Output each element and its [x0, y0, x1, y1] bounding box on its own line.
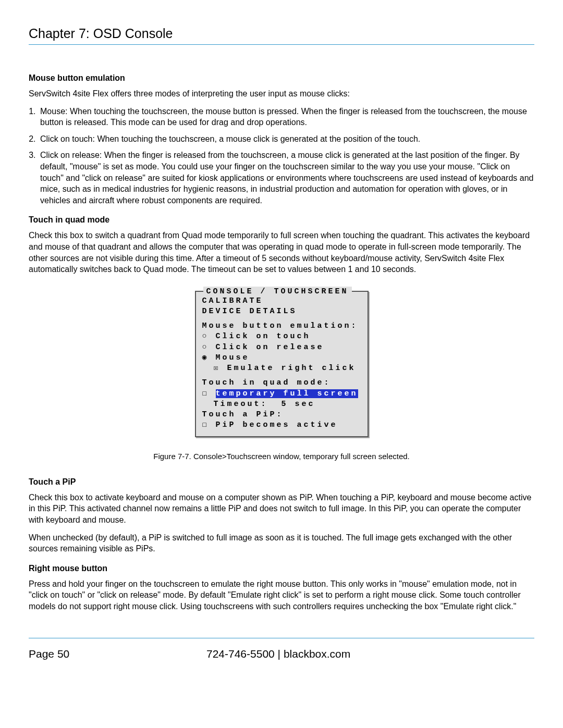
list-item: Click on touch: When touching the touchs… [38, 133, 534, 145]
heading-right-mouse-button: Right mouse button [29, 564, 534, 573]
figure-caption: Figure 7-7. Console>Touchscreen window, … [29, 452, 534, 461]
heading-touch-in-quad: Touch in quad mode [29, 215, 534, 225]
divider-top [29, 44, 534, 45]
chapter-title: Chapter 7: OSD Console [29, 26, 534, 41]
osd-radio-mouse[interactable]: ◉ Mouse [202, 353, 361, 363]
heading-mouse-button-emulation: Mouse button emulation [29, 73, 534, 83]
osd-title: CONSOLE / TOUCHSCREEN [203, 287, 352, 297]
figure: CONSOLE / TOUCHSCREEN CALIBRATE DEVICE D… [29, 291, 534, 461]
divider-bottom [29, 638, 534, 638]
emulation-mode-list: Mouse: When touching the touchscreen, th… [29, 106, 534, 206]
page-number: Page 50 [29, 648, 69, 660]
list-item: Mouse: When touching the touchscreen, th… [38, 106, 534, 128]
osd-timeout[interactable]: Timeout: 5 sec [202, 399, 315, 410]
footer-contact: 724-746-5500 | blackbox.com [69, 648, 487, 660]
osd-device-details[interactable]: DEVICE DETAILS [202, 306, 361, 317]
osd-calibrate[interactable]: CALIBRATE [202, 296, 361, 306]
osd-mbe-label: Mouse button emulation: [202, 321, 361, 331]
page: Chapter 7: OSD Console Mouse button emul… [0, 0, 563, 681]
osd-radio-click-on-touch[interactable]: ○ Click on touch [202, 331, 361, 342]
heading-touch-a-pip: Touch a PiP [29, 477, 534, 487]
osd-checkbox-emulate-right-click[interactable]: ☒ Emulate right click [202, 363, 356, 374]
osd-touch-pip-label: Touch a PiP: [202, 410, 361, 420]
osd-temp-fullscreen-label[interactable]: temporary full screen [216, 389, 358, 398]
osd-checkbox-temp-fullscreen[interactable]: ☐ [202, 389, 216, 398]
paragraph: Press and hold your finger on the touchs… [29, 578, 534, 612]
footer-sep: | [275, 648, 284, 660]
osd-touch-quad-label: Touch in quad mode: [202, 378, 361, 388]
paragraph: When unchecked (by default), a PiP is sw… [29, 532, 534, 554]
osd-radio-click-on-release[interactable]: ○ Click on release [202, 342, 361, 353]
intro-paragraph: ServSwitch 4site Flex offers three modes… [29, 88, 534, 100]
paragraph: Check this box to activate keyboard and … [29, 492, 534, 526]
footer-site: blackbox.com [284, 648, 350, 660]
footer-phone: 724-746-5500 [206, 648, 275, 660]
paragraph: Check this box to switch a quadrant from… [29, 230, 534, 275]
footer: Page 50 724-746-5500 | blackbox.com [29, 648, 534, 660]
list-item: Click on release: When the finger is rel… [38, 150, 534, 206]
osd-window: CONSOLE / TOUCHSCREEN CALIBRATE DEVICE D… [195, 291, 369, 437]
osd-checkbox-pip-active[interactable]: ☐ PiP becomes active [202, 420, 361, 430]
